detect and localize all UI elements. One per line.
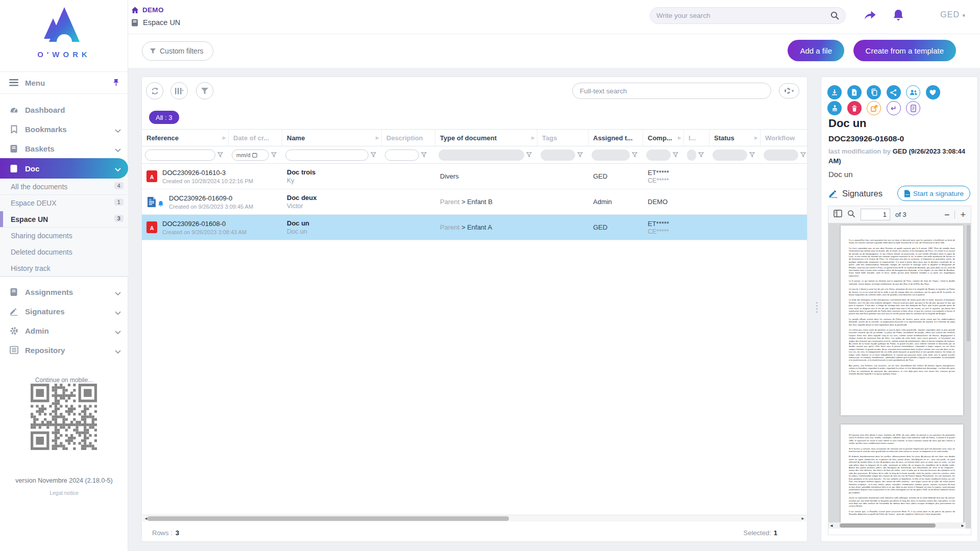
funnel-filter-icon[interactable] [698, 152, 704, 158]
refresh-button[interactable] [146, 82, 163, 99]
horizontal-scrollbar[interactable]: ◄ ► [142, 515, 806, 521]
notifications-bell-icon[interactable] [892, 9, 904, 24]
filter-tab-all[interactable]: All : 3 [149, 111, 179, 124]
copy-button[interactable] [867, 85, 881, 99]
chevron-down-icon [115, 289, 121, 297]
page-number-input[interactable] [861, 209, 890, 220]
funnel-filter-icon[interactable] [749, 152, 755, 158]
column-label: Status [714, 134, 734, 142]
favorite-button[interactable] [926, 85, 940, 99]
funnel-filter-icon[interactable] [800, 152, 806, 158]
cell-reference: w DOC230926-01609-0 Created on 9/26/2023… [142, 189, 282, 214]
fulltext-search-input[interactable] [572, 83, 771, 99]
menu-toggle[interactable]: Menu [0, 73, 128, 92]
sidebar-subitem-history-track[interactable]: History track [0, 260, 128, 277]
column-header-4[interactable]: Type of document▶ [435, 130, 537, 146]
column-header-5[interactable]: Tags [537, 130, 589, 146]
bookmark-icon [9, 125, 19, 134]
column-header-1[interactable]: Date of cr... [229, 130, 282, 146]
sidebar-subitem-deleted-documents[interactable]: Deleted documents [0, 244, 128, 260]
share-icon[interactable] [863, 9, 877, 23]
sidebar-item-doc[interactable]: Doc [0, 158, 128, 179]
funnel-filter-icon[interactable] [526, 152, 532, 158]
filter-input[interactable] [285, 149, 369, 161]
share-button[interactable] [887, 85, 901, 99]
add-file-button[interactable]: Add a file [788, 40, 844, 61]
manage-users-button[interactable] [906, 85, 920, 99]
funnel-filter-icon[interactable] [421, 152, 427, 158]
funnel-filter-icon[interactable] [673, 152, 678, 158]
sidebar-item-baskets[interactable]: Baskets [0, 139, 128, 158]
columns-button[interactable] [170, 82, 188, 99]
subname-value: Doc un [287, 228, 382, 235]
sidebar-item-admin[interactable]: Admin [0, 321, 128, 340]
column-header-6[interactable]: Assigned t... [589, 130, 643, 146]
funnel-filter-icon[interactable] [371, 152, 376, 158]
sidebar-item-bookmarks[interactable]: Bookmarks [0, 119, 128, 139]
sidebar-item-assignments[interactable]: Assignments [0, 282, 128, 302]
table-row[interactable]: w DOC230926-01609-0 Created on 9/26/2023… [142, 189, 807, 215]
scrollbar-thumb[interactable] [148, 516, 509, 521]
scrollbar-thumb[interactable] [840, 523, 936, 528]
date-filter-input[interactable]: mm/d [232, 149, 269, 161]
document-details-button[interactable] [906, 101, 920, 115]
app-logo[interactable]: O'WORK [0, 5, 128, 59]
pdf-search-icon[interactable] [847, 210, 855, 220]
open-external-button[interactable] [867, 101, 881, 115]
column-header-9[interactable]: Status▶ [709, 130, 761, 146]
sidebar-subitem-espace-un[interactable]: Espace UN 3 [0, 211, 128, 228]
upload-version-button[interactable] [847, 85, 862, 99]
breadcrumb-current[interactable]: Espace UN [131, 18, 180, 27]
sidebar-subitem-all-the-documents[interactable]: All the documents 4 [0, 179, 128, 195]
table-settings-button[interactable]: ▾ [779, 83, 799, 98]
scrollbar-thumb[interactable] [967, 225, 970, 341]
filter-input[interactable] [145, 149, 215, 161]
funnel-filter-icon[interactable] [577, 152, 583, 158]
user-menu[interactable]: GED ▾ [940, 10, 966, 19]
create-from-template-button[interactable]: Create from a template [853, 40, 956, 61]
toggle-sidebar-icon[interactable] [834, 210, 842, 219]
column-header-10[interactable]: Workflow [761, 130, 807, 146]
sidebar-subitem-sharing-documents[interactable]: Sharing documents [0, 228, 128, 244]
stamp-button[interactable] [827, 101, 842, 115]
filter-cell-2 [282, 146, 382, 163]
legal-notice-link[interactable]: Legal notice [0, 490, 128, 496]
custom-filters-button[interactable]: Custom filters [142, 41, 213, 61]
funnel-filter-icon[interactable] [632, 152, 638, 158]
column-header-3[interactable]: Description [382, 130, 435, 146]
funnel-filter-icon[interactable] [271, 152, 277, 158]
scroll-right-arrow[interactable]: ► [801, 516, 805, 521]
filter-button[interactable] [196, 82, 213, 99]
table-row[interactable]: A DOC230926-01608-0 Created on 9/26/2023… [142, 215, 807, 240]
pin-icon[interactable] [112, 79, 120, 88]
return-button[interactable]: ↵ [887, 101, 901, 115]
selected-count-label: Selected: [744, 529, 771, 537]
zoom-out-button[interactable]: − [944, 210, 950, 219]
brand-name: O'WORK [0, 50, 128, 59]
scroll-right-arrow[interactable]: ► [961, 523, 965, 528]
breadcrumb-root[interactable]: DEMO [131, 6, 164, 14]
pdf-vertical-scrollbar[interactable] [967, 224, 970, 528]
scroll-left-arrow[interactable]: ◄ [829, 523, 834, 528]
search-icon[interactable] [830, 11, 839, 20]
column-header-2[interactable]: Name▶ [282, 130, 382, 146]
global-search-input[interactable] [656, 12, 830, 19]
download-button[interactable] [827, 85, 842, 99]
sidebar-item-dashboard[interactable]: Dashboard [0, 100, 128, 119]
zoom-in-button[interactable]: + [960, 210, 966, 219]
filter-input[interactable] [385, 149, 419, 161]
pdf-pages-area[interactable]: Il y a aujourd'hui trois cent quarante-h… [828, 223, 971, 529]
start-signature-button[interactable]: Start a signature [897, 186, 970, 201]
sidebar-item-label: Repository [25, 346, 65, 355]
sidebar-item-signatures[interactable]: Signatures [0, 302, 128, 321]
funnel-filter-icon[interactable] [217, 152, 223, 158]
panel-resize-handle[interactable] [815, 302, 819, 313]
sidebar-item-repository[interactable]: Repository [0, 340, 128, 360]
sidebar-subitem-espace-deux[interactable]: Espace DEUX 1 [0, 195, 128, 211]
column-header-0[interactable]: Reference▶ [142, 130, 229, 146]
table-row[interactable]: A DOC230926-01610-3 Created on 10/28/202… [142, 164, 807, 189]
column-header-8[interactable]: I... [684, 130, 709, 146]
delete-button[interactable] [847, 101, 862, 115]
column-header-7[interactable]: Comp...▶ [643, 130, 684, 146]
pdf-horizontal-scrollbar[interactable]: ◄ ► [828, 522, 966, 529]
